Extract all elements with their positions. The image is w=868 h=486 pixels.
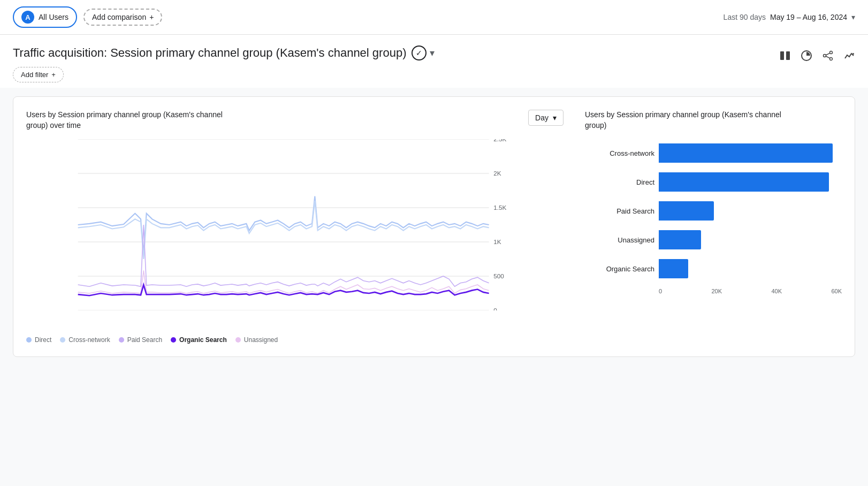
bar-x-label-60k: 60K — [831, 288, 842, 294]
legend-label-unassigned: Unassigned — [244, 336, 278, 344]
bar-container-organicsearch — [659, 259, 842, 278]
bar-label-organicsearch: Organic Search — [585, 265, 654, 273]
bar-label-unassigned: Unassigned — [585, 236, 654, 244]
date-range-prefix: Last 90 days — [724, 13, 766, 21]
bar-chart-area: Cross-network Direct Paid Se — [585, 143, 842, 294]
svg-rect-1 — [786, 51, 790, 60]
bar-label-paidsearch: Paid Search — [585, 207, 654, 215]
title-chevron-icon[interactable]: ▾ — [430, 47, 435, 59]
bar-row-direct: Direct — [585, 172, 842, 192]
bar-label-direct: Direct — [585, 178, 654, 186]
bar-x-label-40k: 40K — [771, 288, 782, 294]
title-icon-group: ✓ ▾ — [412, 45, 435, 60]
legend-item-direct: Direct — [26, 336, 51, 344]
bar-x-label-0: 0 — [659, 288, 662, 294]
svg-rect-0 — [780, 51, 784, 60]
line-chart-section: Users by Session primary channel group (… — [26, 110, 564, 344]
bar-fill-unassigned — [659, 230, 701, 249]
line-chart-svg: 2.5K 2K 1.5K 1K 500 0 01 Jun 01 Jul 01 A… — [26, 139, 564, 310]
add-filter-label: Add filter — [21, 71, 48, 79]
svg-line-7 — [826, 56, 830, 58]
bar-fill-organicsearch — [659, 259, 688, 278]
chart-icon[interactable] — [801, 50, 812, 62]
bar-row-organicsearch: Organic Search — [585, 259, 842, 278]
chart-legend: Direct Cross-network Paid Search Organic… — [26, 336, 564, 344]
chart-card: Users by Session primary channel group (… — [13, 96, 855, 357]
all-users-label: All Users — [39, 13, 68, 21]
day-dropdown-arrow-icon: ▾ — [553, 113, 557, 122]
top-left-controls: A All Users Add comparison + — [13, 6, 162, 28]
page-title-text: Traffic acquisition: Session primary cha… — [13, 46, 406, 60]
day-dropdown[interactable]: Day ▾ — [528, 110, 564, 126]
bar-fill-crossnetwork — [659, 143, 833, 163]
add-comparison-label: Add comparison — [92, 13, 146, 21]
legend-item-unassigned: Unassigned — [235, 336, 278, 344]
bar-fill-direct — [659, 172, 829, 192]
date-range-value: May 19 – Aug 16, 2024 — [770, 13, 847, 21]
date-range-selector[interactable]: Last 90 days May 19 – Aug 16, 2024 ▾ — [724, 13, 855, 21]
bar-container-unassigned — [659, 230, 842, 249]
svg-text:1K: 1K — [493, 238, 501, 245]
bar-chart-section: Users by Session primary channel group (… — [585, 110, 842, 344]
bar-container-crossnetwork — [659, 143, 842, 163]
svg-line-6 — [826, 53, 830, 55]
compare-view-icon[interactable] — [779, 50, 791, 62]
bar-row-crossnetwork: Cross-network — [585, 143, 842, 163]
legend-item-organicsearch: Organic Search — [171, 336, 227, 344]
add-comparison-button[interactable]: Add comparison + — [83, 9, 162, 26]
line-chart-area: 2.5K 2K 1.5K 1K 500 0 01 Jun 01 Jul 01 A… — [26, 139, 564, 332]
legend-dot-direct — [26, 337, 32, 343]
all-users-segment[interactable]: A All Users — [13, 6, 77, 28]
chevron-down-icon: ▾ — [851, 13, 855, 21]
check-icon[interactable]: ✓ — [412, 45, 427, 60]
svg-point-4 — [824, 55, 826, 57]
svg-text:2.5K: 2.5K — [493, 139, 506, 142]
bar-row-paidsearch: Paid Search — [585, 201, 842, 221]
legend-label-organicsearch: Organic Search — [179, 336, 227, 344]
bar-chart-title: Users by Session primary channel group (… — [585, 110, 799, 131]
bar-container-paidsearch — [659, 201, 842, 221]
explore-icon[interactable] — [843, 50, 855, 62]
page-title-row: Traffic acquisition: Session primary cha… — [13, 45, 435, 60]
share-icon[interactable] — [822, 50, 834, 62]
legend-label-paidsearch: Paid Search — [127, 336, 162, 344]
legend-dot-unassigned — [235, 337, 241, 343]
bar-container-direct — [659, 172, 842, 192]
svg-text:500: 500 — [493, 272, 504, 279]
legend-item-crossnetwork: Cross-network — [60, 336, 110, 344]
bar-x-axis: 0 20K 40K 60K — [585, 288, 842, 294]
legend-dot-organicsearch — [171, 337, 176, 343]
page-header: Traffic acquisition: Session primary cha… — [0, 35, 868, 88]
plus-icon: + — [149, 13, 154, 21]
bar-x-label-20k: 20K — [712, 288, 722, 294]
svg-text:2K: 2K — [493, 170, 501, 177]
legend-label-direct: Direct — [35, 336, 51, 344]
legend-dot-paidsearch — [119, 337, 124, 343]
legend-item-paidsearch: Paid Search — [119, 336, 162, 344]
top-bar: A All Users Add comparison + Last 90 day… — [0, 0, 868, 35]
svg-text:1.5K: 1.5K — [493, 204, 506, 211]
bar-label-crossnetwork: Cross-network — [585, 149, 654, 157]
legend-dot-crossnetwork — [60, 337, 65, 343]
legend-label-crossnetwork: Cross-network — [68, 336, 110, 344]
filter-plus-icon: + — [51, 71, 56, 79]
add-filter-button[interactable]: Add filter + — [13, 67, 64, 82]
content-area: Users by Session primary channel group (… — [0, 88, 868, 366]
bar-row-unassigned: Unassigned — [585, 230, 842, 249]
day-dropdown-label: Day — [535, 113, 549, 122]
line-chart-header: Users by Session primary channel group (… — [26, 110, 564, 131]
avatar: A — [21, 11, 34, 24]
bar-fill-paidsearch — [659, 201, 714, 221]
svg-text:0: 0 — [493, 307, 497, 310]
line-chart-title: Users by Session primary channel group (… — [26, 110, 240, 131]
